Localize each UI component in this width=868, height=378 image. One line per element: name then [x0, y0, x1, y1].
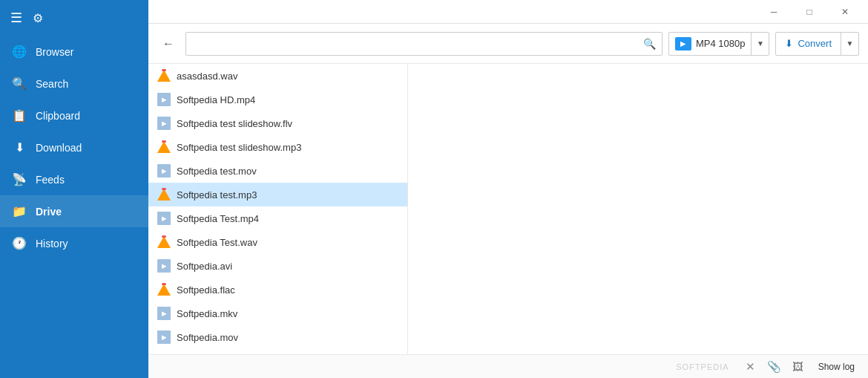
file-list-item[interactable]: Softpedia.mp3 [148, 349, 407, 354]
sidebar-item-clipboard[interactable]: 📋Clipboard [0, 100, 148, 131]
status-bar: SOFTPEDIA ✕ 📎 🖼 Show log [148, 354, 868, 378]
softpedia-watermark: SOFTPEDIA [676, 362, 729, 371]
search-input[interactable] [192, 38, 643, 49]
format-select[interactable]: ▶ MP4 1080p ▼ [668, 32, 770, 56]
file-name: Softpedia.mkv [177, 308, 237, 319]
generic-file-icon: ▶ [157, 164, 171, 177]
sidebar-browser-label: Browser [36, 46, 73, 58]
sidebar-feeds-label: Feeds [36, 174, 65, 186]
sidebar-item-history[interactable]: 🕐History [0, 227, 148, 259]
file-name: Softpedia.mov [177, 332, 238, 343]
hamburger-icon[interactable]: ☰ [10, 10, 22, 26]
preview-panel [408, 64, 868, 354]
file-name: Softpedia test.mov [177, 166, 257, 177]
file-list-item[interactable]: ▶Softpedia.mov [148, 325, 407, 349]
sidebar-history-label: History [36, 238, 68, 250]
format-icon: ▶ [675, 37, 691, 50]
convert-label: Convert [798, 38, 832, 49]
generic-file-icon: ▶ [157, 117, 171, 130]
vlc-file-icon [157, 283, 171, 296]
file-list-item[interactable]: ▶Softpedia.avi [148, 254, 407, 278]
file-list-item[interactable]: ▶Softpedia HD.mp4 [148, 88, 407, 111]
file-list-item[interactable]: Softpedia Test.wav [148, 230, 407, 254]
image-icon[interactable]: 🖼 [790, 359, 806, 375]
search-bar[interactable]: 🔍 [185, 32, 662, 56]
file-name: Softpedia.flac [177, 284, 235, 296]
gear-icon[interactable]: ⚙ [33, 11, 43, 25]
sidebar-header: ☰ ⚙ [0, 0, 148, 36]
close-button[interactable]: ✕ [828, 0, 862, 24]
file-name: Softpedia test slideshow.flv [177, 118, 292, 129]
cancel-icon[interactable]: ✕ [743, 359, 759, 375]
file-list-item[interactable]: Softpedia test.mp3 [148, 183, 407, 206]
file-list-item[interactable]: ▶Softpedia Test.mp4 [148, 206, 407, 230]
sidebar-history-icon: 🕐 [12, 236, 27, 250]
show-log-button[interactable]: Show log [814, 360, 859, 374]
file-name: Softpedia Test.mp4 [177, 213, 259, 224]
sidebar-download-icon: ⬇ [12, 140, 27, 154]
main-content: ─ □ ✕ ← 🔍 ▶ MP4 1080p ▼ ⬇ Convert ▼ [148, 0, 868, 378]
sidebar-clipboard-icon: 📋 [12, 108, 27, 123]
sidebar-item-drive[interactable]: 📁Drive [0, 195, 148, 227]
file-list: asasdasd.wav▶Softpedia HD.mp4▶Softpedia … [148, 64, 407, 354]
convert-btn-inner: ⬇ Convert [776, 38, 841, 49]
sidebar-browser-icon: 🌐 [12, 45, 27, 59]
title-bar: ─ □ ✕ [148, 0, 868, 24]
vlc-file-icon [157, 235, 171, 249]
vlc-file-icon [157, 140, 171, 154]
generic-file-icon: ▶ [157, 93, 171, 106]
sidebar-item-browser[interactable]: 🌐Browser [0, 36, 148, 68]
sidebar-search-label: Search [36, 78, 68, 90]
maximize-button[interactable]: □ [792, 0, 826, 24]
sidebar-feeds-icon: 📡 [12, 172, 27, 186]
paperclip-icon[interactable]: 📎 [766, 359, 783, 375]
file-list-panel: asasdasd.wav▶Softpedia HD.mp4▶Softpedia … [148, 64, 408, 354]
format-dropdown-arrow[interactable]: ▼ [751, 32, 769, 56]
convert-button[interactable]: ⬇ Convert ▼ [775, 32, 859, 56]
minimize-button[interactable]: ─ [757, 0, 791, 24]
content-area: asasdasd.wav▶Softpedia HD.mp4▶Softpedia … [148, 64, 868, 354]
vlc-file-icon [157, 69, 171, 82]
vlc-file-icon [157, 188, 171, 201]
sidebar-clipboard-label: Clipboard [36, 110, 80, 122]
format-label: MP4 1080p [696, 38, 746, 49]
back-button[interactable]: ← [157, 33, 180, 55]
file-name: Softpedia HD.mp4 [177, 94, 255, 105]
file-list-item[interactable]: ▶Softpedia test.mov [148, 159, 407, 183]
file-name: Softpedia Test.wav [177, 237, 257, 248]
file-list-item[interactable]: Softpedia.flac [148, 278, 407, 302]
file-list-item[interactable]: ▶Softpedia test slideshow.flv [148, 111, 407, 135]
generic-file-icon: ▶ [157, 212, 171, 225]
toolbar: ← 🔍 ▶ MP4 1080p ▼ ⬇ Convert ▼ [148, 24, 868, 64]
convert-down-icon: ⬇ [785, 38, 793, 49]
file-list-item[interactable]: Softpedia test slideshow.mp3 [148, 135, 407, 159]
file-name: Softpedia test slideshow.mp3 [177, 142, 301, 153]
sidebar-item-feeds[interactable]: 📡Feeds [0, 163, 148, 195]
sidebar-item-search[interactable]: 🔍Search [0, 68, 148, 100]
sidebar-download-label: Download [36, 142, 82, 154]
file-name: Softpedia.avi [177, 261, 232, 272]
sidebar-drive-label: Drive [36, 206, 62, 218]
sidebar-search-icon: 🔍 [12, 76, 27, 91]
sidebar: ☰ ⚙ 🌐Browser🔍Search📋Clipboard⬇Download📡F… [0, 0, 148, 378]
file-name: asasdasd.wav [177, 71, 237, 82]
format-select-inner: ▶ MP4 1080p [669, 37, 752, 50]
search-icon[interactable]: 🔍 [643, 38, 656, 50]
file-name: Softpedia test.mp3 [177, 189, 257, 201]
generic-file-icon: ▶ [157, 307, 171, 320]
convert-dropdown-arrow[interactable]: ▼ [841, 32, 858, 56]
generic-file-icon: ▶ [157, 259, 171, 273]
generic-file-icon: ▶ [157, 330, 171, 344]
file-list-item[interactable]: ▶Softpedia.mkv [148, 302, 407, 325]
file-list-item[interactable]: asasdasd.wav [148, 64, 407, 88]
sidebar-drive-icon: 📁 [12, 204, 27, 218]
sidebar-item-download[interactable]: ⬇Download [0, 131, 148, 163]
